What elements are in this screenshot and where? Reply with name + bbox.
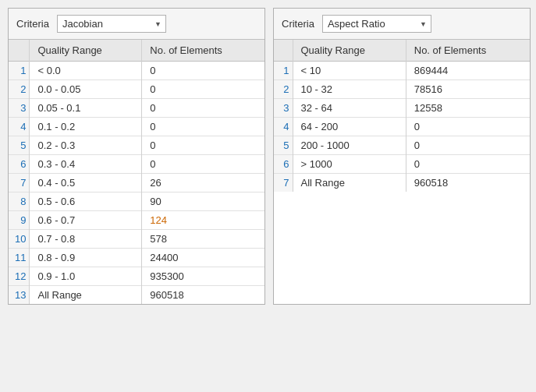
row-quality-range: 0.3 - 0.4 [30, 155, 142, 174]
row-index: 2 [9, 80, 30, 99]
row-element-count: 960518 [406, 174, 530, 192]
panel2-select-wrapper[interactable]: Jacobian Aspect Ratio [322, 15, 431, 33]
row-index: 7 [9, 174, 30, 192]
row-element-count: 24400 [142, 249, 264, 267]
table-row: 7All Range960518 [274, 174, 530, 192]
row-quality-range: 0.7 - 0.8 [30, 230, 142, 249]
panel2-criteria-label: Criteria [282, 18, 314, 30]
table-row: 20.0 - 0.050 [9, 80, 264, 99]
row-element-count: 0 [406, 136, 530, 155]
row-quality-range: 32 - 64 [293, 99, 406, 118]
row-index: 1 [274, 62, 293, 80]
panel2-num-elements-header: No. of Elements [406, 40, 530, 62]
aspect-ratio-panel: Criteria Jacobian Aspect Ratio Quality R… [273, 8, 531, 305]
row-index: 8 [9, 192, 30, 211]
row-element-count: 0 [406, 118, 530, 136]
table-row: 1< 0.00 [9, 62, 264, 80]
row-index: 9 [9, 211, 30, 230]
row-index: 12 [9, 267, 30, 286]
row-quality-range: < 0.0 [30, 62, 142, 80]
row-index: 5 [9, 136, 30, 155]
table-row: 50.2 - 0.30 [9, 136, 264, 155]
table-row: 80.5 - 0.690 [9, 192, 264, 211]
row-quality-range: 0.4 - 0.5 [30, 174, 142, 192]
row-index: 4 [274, 118, 293, 136]
table-row: 332 - 6412558 [274, 99, 530, 118]
panel2-criteria-select[interactable]: Jacobian Aspect Ratio [322, 15, 431, 33]
row-quality-range: 0.8 - 0.9 [30, 249, 142, 267]
row-element-count: 578 [142, 230, 264, 249]
row-index: 2 [274, 80, 293, 99]
row-quality-range: 0.2 - 0.3 [30, 136, 142, 155]
panel2-table-body: 1< 10869444210 - 3278516332 - 6412558464… [274, 62, 530, 192]
table-row: 60.3 - 0.40 [9, 155, 264, 174]
row-quality-range: 0.1 - 0.2 [30, 118, 142, 136]
panel1-table-header-row: Quality Range No. of Elements [9, 40, 264, 62]
panel1-criteria-select[interactable]: Jacobian Aspect Ratio [57, 15, 166, 33]
table-row: 464 - 2000 [274, 118, 530, 136]
row-quality-range: 64 - 200 [293, 118, 406, 136]
row-element-count: 0 [406, 155, 530, 174]
row-quality-range: 0.0 - 0.05 [30, 80, 142, 99]
panel1-header: Criteria Jacobian Aspect Ratio [9, 9, 264, 40]
row-quality-range: 200 - 1000 [293, 136, 406, 155]
row-index: 7 [274, 174, 293, 192]
row-element-count: 0 [142, 155, 264, 174]
row-quality-range: > 1000 [293, 155, 406, 174]
panel1-criteria-label: Criteria [16, 18, 49, 30]
panel1-num-elements-header: No. of Elements [142, 40, 264, 62]
panel2-quality-range-header: Quality Range [293, 40, 406, 62]
row-index: 3 [274, 99, 293, 118]
row-quality-range: All Range [30, 286, 142, 305]
row-index: 10 [9, 230, 30, 249]
panel1-table: Quality Range No. of Elements 1< 0.0020.… [9, 40, 264, 304]
row-index: 11 [9, 249, 30, 267]
table-row: 110.8 - 0.924400 [9, 249, 264, 267]
row-quality-range: 0.05 - 0.1 [30, 99, 142, 118]
row-element-count: 869444 [406, 62, 530, 80]
table-row: 13All Range960518 [9, 286, 264, 305]
row-quality-range: All Range [293, 174, 406, 192]
row-element-count: 26 [142, 174, 264, 192]
row-index: 6 [274, 155, 293, 174]
table-row: 40.1 - 0.20 [9, 118, 264, 136]
panel1-select-wrapper[interactable]: Jacobian Aspect Ratio [57, 15, 166, 33]
row-index: 1 [9, 62, 30, 80]
table-row: 6> 10000 [274, 155, 530, 174]
panel1-quality-range-header: Quality Range [30, 40, 142, 62]
table-row: 1< 10869444 [274, 62, 530, 80]
row-index: 4 [9, 118, 30, 136]
table-row: 70.4 - 0.526 [9, 174, 264, 192]
row-index: 6 [9, 155, 30, 174]
row-quality-range: 0.5 - 0.6 [30, 192, 142, 211]
panel2-header: Criteria Jacobian Aspect Ratio [274, 9, 530, 40]
table-row: 120.9 - 1.0935300 [9, 267, 264, 286]
panel1-table-body: 1< 0.0020.0 - 0.05030.05 - 0.1040.1 - 0.… [9, 62, 264, 305]
table-row: 210 - 3278516 [274, 80, 530, 99]
panel1-index-header [9, 40, 30, 62]
row-element-count: 90 [142, 192, 264, 211]
row-element-count: 124 [142, 211, 264, 230]
jacobian-panel: Criteria Jacobian Aspect Ratio Quality R… [8, 8, 265, 305]
panel2-index-header [274, 40, 293, 62]
table-row: 30.05 - 0.10 [9, 99, 264, 118]
row-quality-range: 10 - 32 [293, 80, 406, 99]
row-element-count: 0 [142, 99, 264, 118]
table-row: 90.6 - 0.7124 [9, 211, 264, 230]
row-element-count: 0 [142, 136, 264, 155]
row-element-count: 960518 [142, 286, 264, 305]
row-element-count: 935300 [142, 267, 264, 286]
table-row: 100.7 - 0.8578 [9, 230, 264, 249]
row-quality-range: < 10 [293, 62, 406, 80]
row-element-count: 0 [142, 118, 264, 136]
row-index: 5 [274, 136, 293, 155]
row-quality-range: 0.6 - 0.7 [30, 211, 142, 230]
row-element-count: 0 [142, 80, 264, 99]
table-row: 5200 - 10000 [274, 136, 530, 155]
row-element-count: 78516 [406, 80, 530, 99]
panel2-table: Quality Range No. of Elements 1< 1086944… [274, 40, 530, 192]
row-quality-range: 0.9 - 1.0 [30, 267, 142, 286]
row-index: 13 [9, 286, 30, 305]
row-element-count: 12558 [406, 99, 530, 118]
panel2-table-header-row: Quality Range No. of Elements [274, 40, 530, 62]
